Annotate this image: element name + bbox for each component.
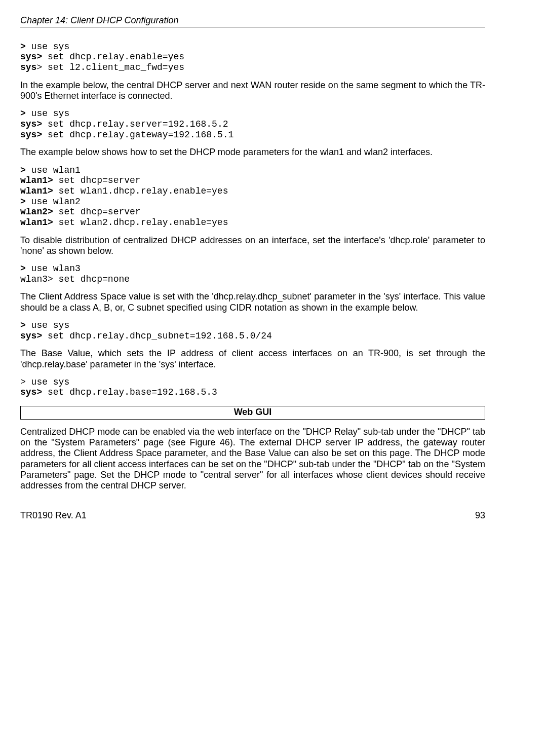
web-gui-heading: Web GUI (20, 406, 485, 420)
cmd: use wlan3 (26, 263, 81, 274)
cmd: wlan3> set dhcp=none (20, 274, 130, 284)
prompt: > (20, 108, 26, 119)
paragraph: In the example below, the central DHCP s… (20, 80, 485, 101)
footer-doc-rev: TR0190 Rev. A1 (20, 510, 87, 521)
cmd: set dhcp.relay.base=192.168.5.3 (42, 387, 217, 397)
cmd: set dhcp.relay.dhcp_subnet=192.168.5.0/2… (42, 331, 272, 341)
prompt: wlan2> (20, 207, 53, 217)
cmd: use sys (26, 320, 69, 330)
cmd: use sys (26, 108, 69, 119)
cmd: set wlan2.dhcp.relay.enable=yes (53, 217, 228, 228)
cmd: use wlan2 (26, 197, 81, 207)
cmd: use wlan1 (26, 165, 81, 175)
cmd: > use sys (20, 377, 69, 387)
page-footer: TR0190 Rev. A1 93 (20, 510, 485, 521)
cmd: set dhcp=server (53, 207, 141, 217)
code-block-1: > use sys sys> set dhcp.relay.enable=yes… (20, 42, 485, 73)
paragraph: The Client Address Space value is set wi… (20, 291, 485, 313)
cmd: set wlan1.dhcp.relay.enable=yes (53, 186, 228, 196)
code-block-5: > use sys sys> set dhcp.relay.dhcp_subne… (20, 320, 485, 341)
code-block-4: > use wlan3 wlan3> set dhcp=none (20, 263, 485, 284)
chapter-header: Chapter 14: Client DHCP Configuration (20, 15, 485, 26)
code-block-2: > use sys sys> set dhcp.relay.server=192… (20, 108, 485, 140)
cmd: set dhcp.relay.server=192.168.5.2 (42, 119, 228, 129)
prompt: > (20, 165, 26, 175)
prompt: wlan1> (20, 186, 53, 196)
cmd: set dhcp.relay.gateway=192.168.5.1 (42, 130, 233, 140)
paragraph: The example below shows how to set the D… (20, 147, 485, 158)
cmd: set dhcp=server (53, 175, 141, 185)
prompt: > (20, 42, 26, 52)
cmd: use sys (26, 42, 69, 52)
header-rule (20, 27, 485, 27)
prompt: sys> (20, 119, 42, 129)
prompt: sys> (20, 387, 42, 397)
cmd: set dhcp.relay.enable=yes (42, 52, 184, 62)
prompt: sys> (20, 331, 42, 341)
prompt: wlan1> (20, 175, 53, 185)
paragraph: The Base Value, which sets the IP addres… (20, 348, 485, 369)
prompt: wlan1> (20, 217, 53, 228)
paragraph: To disable distribution of centralized D… (20, 235, 485, 256)
prompt: sys (20, 62, 36, 72)
prompt: > (20, 197, 26, 207)
code-block-3: > use wlan1 wlan1> set dhcp=server wlan1… (20, 165, 485, 228)
prompt: sys> (20, 130, 42, 140)
prompt: > (20, 263, 26, 274)
prompt: sys> (20, 52, 42, 62)
code-block-6: > use sys sys> set dhcp.relay.base=192.1… (20, 377, 485, 398)
cmd: > set l2.client_mac_fwd=yes (36, 62, 184, 72)
paragraph: Centralized DHCP mode can be enabled via… (20, 427, 485, 491)
footer-page-number: 93 (475, 510, 485, 521)
prompt: > (20, 320, 26, 330)
